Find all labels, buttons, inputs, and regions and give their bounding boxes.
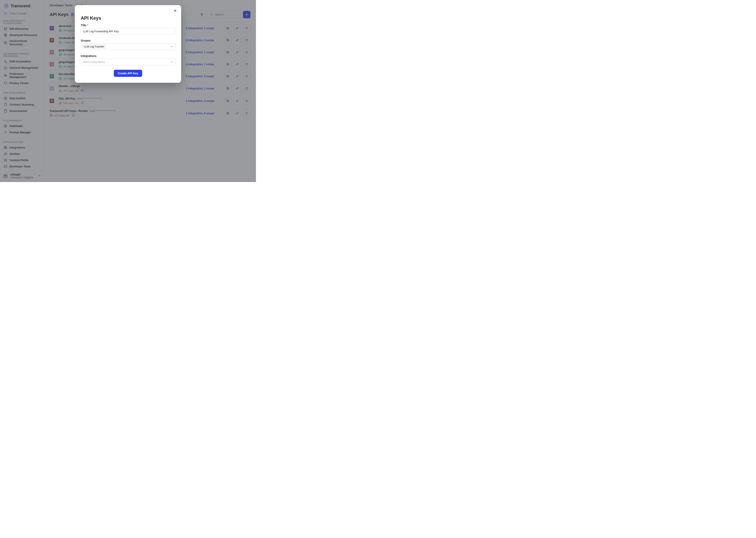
field-scopes: Scopes LLM Log Transfer: [81, 39, 175, 50]
field-label-text: Title: [81, 24, 86, 27]
field-label: Title*: [81, 24, 175, 27]
close-button[interactable]: [172, 8, 178, 13]
create-api-key-button[interactable]: Create API Key: [114, 70, 142, 77]
modal-actions: Create API Key: [81, 70, 175, 77]
field-integrations: Integrations Select Integrations: [81, 54, 175, 65]
required-asterisk: *: [87, 24, 88, 27]
scopes-select[interactable]: LLM Log Transfer: [81, 43, 175, 50]
scope-chip[interactable]: LLM Log Transfer: [82, 44, 106, 49]
field-label: Integrations: [81, 54, 175, 58]
select-placeholder: Select Integrations: [82, 60, 106, 64]
field-label: Scopes: [81, 39, 175, 42]
field-title: Title*: [81, 24, 175, 35]
modal-overlay[interactable]: API Keys Title* Scopes LLM Log Transfer …: [0, 0, 256, 182]
modal-title: API Keys: [81, 15, 175, 21]
create-api-key-modal: API Keys Title* Scopes LLM Log Transfer …: [75, 5, 181, 83]
chevron-down-icon: [170, 45, 173, 48]
title-input[interactable]: [81, 28, 175, 35]
integrations-select[interactable]: Select Integrations: [81, 59, 175, 65]
chevron-down-icon: [170, 61, 173, 64]
